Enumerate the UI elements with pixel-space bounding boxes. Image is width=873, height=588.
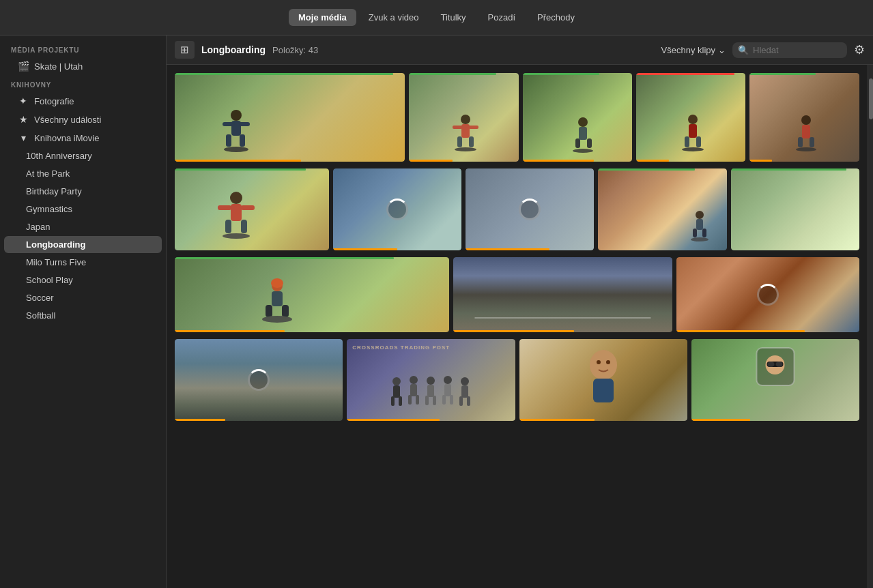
settings-button[interactable]: ⚙: [854, 42, 865, 57]
video-row-2: [175, 168, 859, 250]
svg-rect-49: [391, 396, 395, 406]
sidebar-item-soccer[interactable]: Soccer: [4, 289, 162, 306]
video-clip[interactable]: [523, 73, 632, 162]
video-clip[interactable]: [636, 73, 745, 162]
video-row-4: CROSSROADS TRADING POST: [175, 339, 859, 421]
svg-rect-39: [702, 229, 706, 237]
svg-rect-2: [226, 134, 231, 147]
svg-point-47: [392, 377, 401, 385]
video-clip[interactable]: [598, 168, 726, 250]
film-icon: 🎬: [18, 61, 29, 72]
sidebar: MÉDIA PROJEKTU 🎬 Skate | Utah KNIHOVNY ✦…: [0, 35, 167, 588]
video-clip[interactable]: [409, 73, 518, 162]
svg-point-29: [230, 192, 242, 204]
video-clip[interactable]: [175, 73, 405, 162]
video-clip[interactable]: [676, 257, 859, 332]
sidebar-item-fotografie-label: Fotografie: [34, 96, 74, 106]
svg-rect-48: [393, 385, 400, 398]
sidebar-item-gymnastics[interactable]: Gymnastics: [4, 201, 162, 218]
grid-toggle-button[interactable]: ⊞: [175, 41, 195, 59]
svg-point-36: [696, 211, 704, 219]
svg-rect-43: [272, 291, 283, 306]
sidebar-item-milo-turns-five[interactable]: Milo Turns Five: [4, 254, 162, 271]
sidebar-item-birthday-party[interactable]: Birthday Party: [4, 183, 162, 200]
sidebar-item-longboarding[interactable]: Longboarding: [4, 236, 162, 253]
svg-rect-64: [461, 385, 468, 398]
sidebar-item-10th-anniversary[interactable]: 10th Anniversary: [4, 147, 162, 164]
video-clip[interactable]: [731, 168, 859, 250]
content-area: ⊞ Longboarding Položky: 43 Všechny klipy…: [167, 35, 873, 588]
toolbar-titulky[interactable]: Titulky: [431, 9, 476, 26]
svg-point-28: [796, 147, 816, 151]
toolbar-pozadi[interactable]: Pozadí: [478, 9, 525, 26]
search-box: 🔍: [732, 42, 847, 58]
svg-rect-52: [410, 384, 417, 396]
svg-rect-56: [427, 385, 434, 397]
sidebar-item-school-play-label: School Play: [26, 275, 73, 285]
search-input[interactable]: [753, 45, 842, 55]
video-clip[interactable]: [333, 168, 461, 250]
filter-label: Všechny klipy: [661, 45, 715, 55]
svg-rect-34: [241, 205, 255, 210]
svg-rect-11: [453, 126, 462, 129]
loading-spinner: [248, 369, 270, 391]
toolbar-prechody[interactable]: Přechody: [528, 9, 584, 26]
svg-point-35: [223, 233, 250, 239]
video-clip[interactable]: [453, 257, 672, 332]
loading-spinner: [519, 199, 541, 220]
sidebar-item-vsechny-udalosti-label: Všechny události: [34, 115, 101, 125]
svg-rect-32: [241, 220, 247, 233]
svg-rect-17: [587, 138, 592, 148]
content-header: ⊞ Longboarding Položky: 43 Všechny klipy…: [167, 35, 873, 65]
scrollbar-thumb[interactable]: [869, 78, 873, 119]
video-clip[interactable]: [175, 339, 343, 421]
video-clip[interactable]: [691, 339, 859, 421]
sidebar-item-at-the-park[interactable]: At the Park: [4, 165, 162, 182]
svg-rect-15: [579, 127, 587, 140]
sidebar-item-longboarding-label: Longboarding: [26, 239, 85, 250]
video-clip[interactable]: [175, 257, 449, 332]
svg-point-55: [427, 377, 435, 385]
svg-rect-45: [282, 305, 289, 317]
sidebar-item-knihovna-imovie[interactable]: ▾ Knihovna iMovie: [4, 129, 162, 147]
svg-rect-4: [223, 122, 235, 126]
sidebar-item-soccer-label: Soccer: [26, 293, 53, 303]
svg-rect-20: [689, 124, 697, 138]
svg-point-74: [767, 362, 774, 367]
loading-spinner: [386, 199, 408, 220]
svg-rect-25: [802, 125, 810, 138]
toolbar: Moje média Zvuk a video Titulky Pozadí P…: [0, 0, 873, 35]
video-clip[interactable]: [749, 73, 859, 162]
sidebar-item-project[interactable]: 🎬 Skate | Utah: [4, 57, 162, 75]
media-projektu-heading: MÉDIA PROJEKTU: [0, 41, 166, 57]
svg-point-42: [271, 278, 283, 288]
svg-point-13: [455, 147, 476, 151]
knihovny-heading: KNIHOVNY: [0, 76, 166, 91]
scrollbar-track[interactable]: [868, 65, 873, 588]
svg-rect-21: [685, 136, 689, 147]
video-clip[interactable]: [466, 168, 594, 250]
photos-icon: ✦: [18, 95, 29, 106]
sidebar-item-gymnastics-label: Gymnastics: [26, 204, 72, 214]
sidebar-item-school-play[interactable]: School Play: [4, 271, 162, 289]
toolbar-zvuk-video[interactable]: Zvuk a video: [359, 9, 429, 26]
sidebar-item-softball[interactable]: Softball: [4, 307, 162, 324]
video-clip[interactable]: [519, 339, 687, 421]
sidebar-item-fotografie[interactable]: ✦ Fotografie: [4, 92, 162, 110]
video-clip[interactable]: CROSSROADS TRADING POST: [347, 339, 515, 421]
svg-point-0: [231, 110, 242, 121]
video-clip[interactable]: [175, 168, 329, 250]
svg-rect-10: [469, 136, 474, 147]
toolbar-moje-media[interactable]: Moje média: [289, 9, 356, 26]
video-row-3: [175, 257, 859, 332]
svg-point-59: [444, 376, 452, 384]
svg-point-7: [461, 115, 470, 124]
video-row-1: [175, 73, 859, 162]
filter-dropdown[interactable]: Všechny klipy ⌄: [661, 45, 726, 55]
sidebar-item-vsechny-udalosti[interactable]: ★ Všechny události: [4, 111, 162, 128]
sidebar-item-birthday-party-label: Birthday Party: [26, 186, 82, 196]
sidebar-item-japan[interactable]: Japan: [4, 218, 162, 235]
svg-rect-54: [416, 395, 419, 405]
svg-rect-12: [469, 126, 478, 129]
sidebar-item-softball-label: Softball: [26, 310, 55, 321]
